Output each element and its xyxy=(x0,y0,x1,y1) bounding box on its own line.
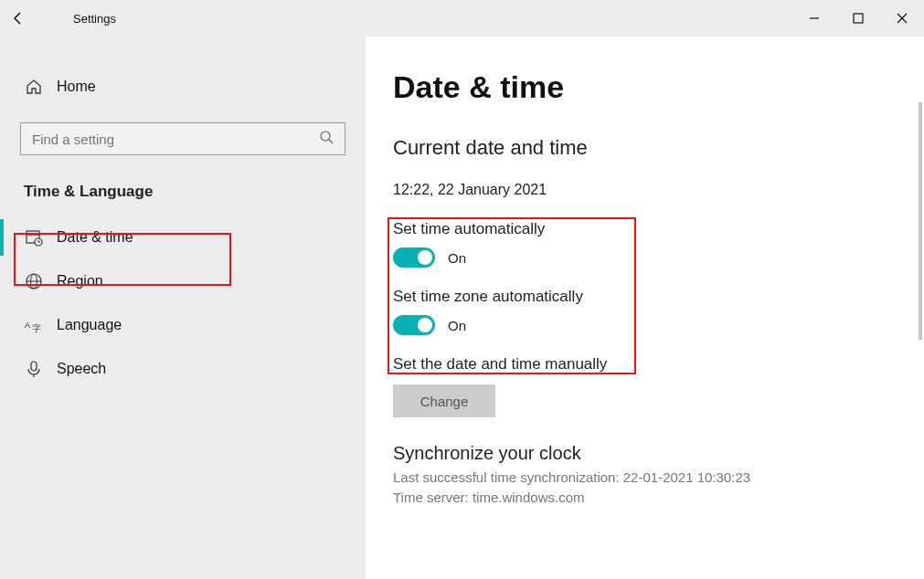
minimize-icon xyxy=(809,13,820,24)
main-content: Date & time Current date and time 12:22,… xyxy=(366,37,924,579)
sidebar-item-label: Speech xyxy=(57,361,106,377)
sidebar-home-label: Home xyxy=(57,79,96,95)
sidebar: Home Time & Language Date & time Region … xyxy=(0,37,366,579)
maximize-button[interactable] xyxy=(836,0,880,37)
home-icon xyxy=(24,78,44,96)
arrow-left-icon xyxy=(11,11,26,26)
minimize-button[interactable] xyxy=(792,0,836,37)
calendar-clock-icon xyxy=(24,228,44,247)
microphone-icon xyxy=(24,360,44,378)
close-button[interactable] xyxy=(880,0,924,37)
back-button[interactable] xyxy=(0,0,37,37)
sync-heading: Synchronize your clock xyxy=(393,443,924,464)
scrollbar-indicator[interactable] xyxy=(919,102,922,340)
manual-datetime-label: Set the date and time manually xyxy=(393,355,924,374)
sync-last-info: Last successful time synchronization: 22… xyxy=(393,468,924,488)
set-time-auto-label: Set time automatically xyxy=(393,220,924,238)
search-box[interactable] xyxy=(20,122,345,155)
svg-text:字: 字 xyxy=(32,323,41,333)
svg-text:A: A xyxy=(25,321,30,330)
title-bar: Settings xyxy=(0,0,924,37)
sidebar-item-language[interactable]: A字 Language xyxy=(0,303,366,347)
set-zone-auto-toggle[interactable] xyxy=(393,315,435,335)
sidebar-item-label: Region xyxy=(57,273,103,290)
window-controls xyxy=(792,0,924,37)
sidebar-nav: Date & time Region A字 Language Speech xyxy=(0,216,366,391)
set-time-auto-state: On xyxy=(448,250,466,266)
change-button[interactable]: Change xyxy=(393,384,495,417)
set-zone-auto-label: Set time zone automatically xyxy=(393,288,924,306)
language-icon: A字 xyxy=(24,316,44,334)
sidebar-home[interactable]: Home xyxy=(0,64,366,110)
set-time-auto-toggle[interactable] xyxy=(393,247,435,268)
current-datetime-value: 12:22, 22 January 2021 xyxy=(393,182,924,198)
maximize-icon xyxy=(853,13,864,24)
sidebar-item-label: Date & time xyxy=(57,229,133,246)
sync-server-info: Time server: time.windows.com xyxy=(393,488,924,508)
page-title: Date & time xyxy=(393,69,924,105)
svg-point-2 xyxy=(321,132,330,141)
sidebar-item-region[interactable]: Region xyxy=(0,259,366,303)
close-icon xyxy=(897,13,908,24)
current-datetime-heading: Current date and time xyxy=(393,136,924,160)
svg-line-3 xyxy=(329,140,333,143)
sidebar-item-speech[interactable]: Speech xyxy=(0,347,366,391)
set-zone-auto-state: On xyxy=(448,318,466,333)
globe-icon xyxy=(24,272,44,290)
svg-rect-1 xyxy=(854,14,863,23)
svg-rect-12 xyxy=(31,362,37,371)
sidebar-item-label: Language xyxy=(57,317,122,333)
sidebar-section-title: Time & Language xyxy=(24,183,366,201)
search-icon xyxy=(319,130,334,148)
window-title: Settings xyxy=(73,12,116,26)
sidebar-item-date-time[interactable]: Date & time xyxy=(0,216,366,259)
search-input[interactable] xyxy=(32,132,319,147)
